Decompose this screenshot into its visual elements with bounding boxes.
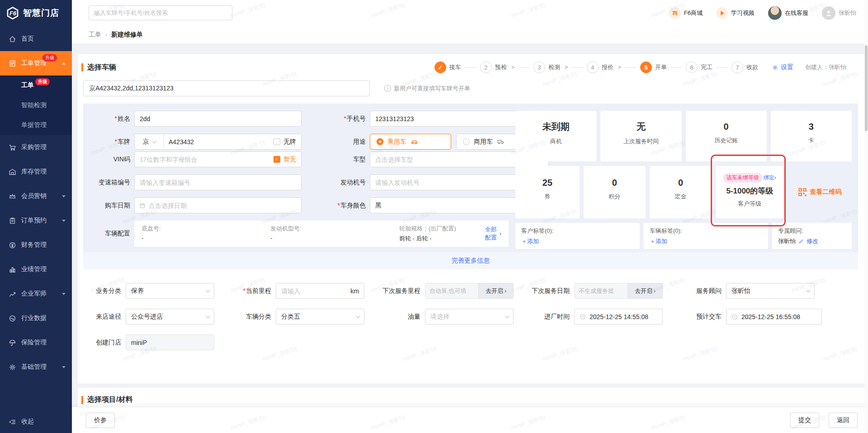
stat-card-历史记账[interactable]: 0历史记账 — [686, 111, 767, 161]
sidebar-item-订单预约[interactable]: 订单预约 — [0, 208, 72, 233]
sidebar-subitem-智能检测[interactable]: 智能检测 — [0, 95, 72, 115]
fuel-select[interactable]: 请选择 — [425, 309, 514, 325]
stat-label: 上次服务时间 — [623, 137, 659, 146]
settings-button[interactable]: 设置 — [772, 63, 793, 71]
chevron-down-icon — [806, 288, 811, 292]
step-number: 4 — [587, 61, 599, 73]
sidebar: F6 智慧门店 首页工单管理升级工单升级智能检测单据管理采购管理库存管理会员营销… — [0, 0, 72, 433]
more-info-link[interactable]: 完善更多信息 — [452, 257, 490, 265]
engine-label: 发动机号 — [326, 179, 366, 187]
vehicle-form-panel: *姓名 *手机号 更换车主 *车牌 京 — [83, 104, 858, 252]
mileage-input[interactable] — [281, 287, 348, 295]
step-报价[interactable]: 4报价> — [587, 61, 621, 73]
sidebar-item-财务管理[interactable]: 财务管理 — [0, 233, 72, 257]
stat-card-卡[interactable]: 3卡 — [771, 111, 852, 161]
step-检测[interactable]: 3检测> — [533, 61, 568, 73]
plate-province-select[interactable]: 京 — [135, 134, 164, 149]
no-plate-checkbox[interactable] — [274, 138, 280, 145]
stat-card-上次服务时间[interactable]: 无上次服务时间 — [600, 111, 681, 161]
add-tag-link[interactable]: ＋添加 — [521, 237, 634, 245]
creator-label: 创建人：张昕怡 — [805, 63, 846, 71]
sidebar-item-首页[interactable]: 首页 — [0, 27, 72, 51]
stat-value: 0 — [678, 178, 683, 188]
purchase-date-input[interactable] — [146, 198, 301, 213]
user-name: 张昕怡 — [839, 9, 856, 17]
advisor-select[interactable]: 张昕怡 — [726, 283, 815, 299]
sidebar-item-库存管理[interactable]: 库存管理 — [0, 160, 72, 184]
submit-button[interactable]: 提交 — [790, 413, 819, 428]
next-date-enable-button[interactable]: 去开启› — [627, 283, 663, 299]
step-预检[interactable]: 2预检> — [480, 61, 514, 73]
gearbox-input[interactable] — [135, 175, 301, 190]
sidebar-item-业绩管理[interactable]: 业绩管理 — [0, 257, 72, 282]
sidebar-item-企业军师[interactable]: 企业军师 — [0, 282, 72, 306]
sidebar-subitem-单据管理[interactable]: 单据管理 — [0, 115, 72, 135]
user-menu[interactable]: 张昕怡 — [822, 6, 856, 20]
sidebar-item-工单管理[interactable]: 工单管理升级 — [0, 51, 72, 75]
learning-video-link[interactable]: 学习视频 — [716, 7, 755, 19]
stat-card-券[interactable]: 25券 — [515, 166, 580, 218]
in-time-picker[interactable]: 2025-12-25 14:55:08 — [574, 309, 663, 325]
delivery-time-picker[interactable]: 2025-12-25 16:55:08 — [726, 309, 822, 325]
page-scrollbar[interactable] — [864, 0, 868, 433]
chevron-right-icon: › — [500, 230, 501, 238]
stat-label: 积分 — [609, 193, 620, 201]
service-avatar — [768, 6, 782, 20]
plate-number-input[interactable] — [164, 134, 274, 149]
stat-card-积分[interactable]: 0积分 — [584, 166, 646, 218]
chevron-down-icon — [206, 314, 210, 318]
vin-input[interactable] — [135, 152, 274, 167]
global-search-input[interactable] — [89, 5, 232, 20]
back-button[interactable]: 返回 — [829, 413, 858, 428]
vin-none-checkbox[interactable]: ✓ — [274, 156, 280, 163]
channel-select[interactable]: 公众号进店 — [126, 309, 214, 325]
name-input[interactable] — [135, 111, 301, 126]
step-完工[interactable]: 6完工 — [686, 61, 712, 73]
tag-title: 专属顾问: — [778, 227, 846, 235]
view-qrcode-link[interactable]: 查看二维码 — [788, 166, 852, 218]
sidebar-item-采购管理[interactable]: 采购管理 — [0, 135, 72, 160]
mall-link[interactable]: F6商城 — [669, 7, 703, 19]
add-tag-link[interactable]: ＋添加 — [650, 237, 762, 245]
chevron-down-icon — [152, 139, 156, 143]
advisor-name: 张昕怡 — [778, 237, 796, 245]
sidebar-item-label: 工单管理 — [21, 59, 47, 67]
category-select[interactable]: 分类五 — [276, 309, 364, 325]
service-label: 在线客服 — [785, 9, 808, 17]
scrollbar-thumb[interactable] — [865, 45, 868, 131]
vin-none-label: 暂无 — [283, 155, 296, 164]
sidebar-collapse-button[interactable]: 收起 — [0, 410, 72, 433]
sidebar-item-label: 订单预约 — [21, 216, 47, 225]
page-content: 选择车辆 ✓接车2预检>3检测>4报价>5开单6完工7收款 设置 创建人：张昕怡… — [72, 44, 868, 433]
step-开单[interactable]: 5开单 — [640, 61, 667, 73]
customer-level-cell: 该车未绑等级 绑定› 5-1000的等级 客户等级 — [716, 166, 783, 218]
stat-card-定金[interactable]: 0定金 — [650, 166, 712, 218]
in-time-label: 进厂时间 — [525, 313, 570, 321]
step-接车[interactable]: ✓接车 — [434, 61, 461, 73]
price-ref-tab[interactable]: 价参 — [86, 413, 115, 428]
sidebar-item-会员营销[interactable]: 会员营销 — [0, 184, 72, 208]
breadcrumb-parent[interactable]: 工单 — [89, 31, 101, 39]
sidebar-item-行业数据[interactable]: 行业数据 — [0, 306, 72, 330]
biz-type-select[interactable]: 保养 — [126, 283, 214, 299]
vehicle-search-input[interactable] — [83, 80, 370, 96]
chevron-right-icon: > — [618, 64, 621, 71]
all-config-link[interactable]: 全部配置 › — [485, 226, 501, 241]
step-connector — [519, 67, 529, 68]
phone-input[interactable] — [370, 111, 520, 126]
usage-passenger-radio[interactable]: 乘用车 — [370, 134, 451, 150]
chevron-right-icon: > — [511, 64, 514, 71]
vehicle-config-box: 底盘号:-发动机型号:-轮胎规格：(出厂配置)前轮 - 后轮 - 全部配置 › — [134, 221, 509, 247]
sidebar-item-保险管理[interactable]: 保险管理 — [0, 330, 72, 355]
stat-value: 未到期 — [542, 121, 570, 133]
sidebar-subitem-工单[interactable]: 工单升级 — [0, 75, 72, 95]
radio-unselected-icon — [463, 138, 470, 145]
sidebar-item-基础管理[interactable]: 基础管理 — [0, 355, 72, 379]
step-收款[interactable]: 7收款 — [731, 61, 758, 73]
bind-level-link[interactable]: 绑定› — [764, 174, 776, 182]
edit-advisor-link[interactable]: 修改 — [798, 237, 818, 245]
step-label: 接车 — [449, 63, 461, 71]
stat-card-商机[interactable]: 未到期商机 — [515, 111, 596, 161]
online-service-link[interactable]: 在线客服 — [768, 6, 808, 20]
next-mileage-enable-button[interactable]: 去开启› — [478, 283, 514, 299]
